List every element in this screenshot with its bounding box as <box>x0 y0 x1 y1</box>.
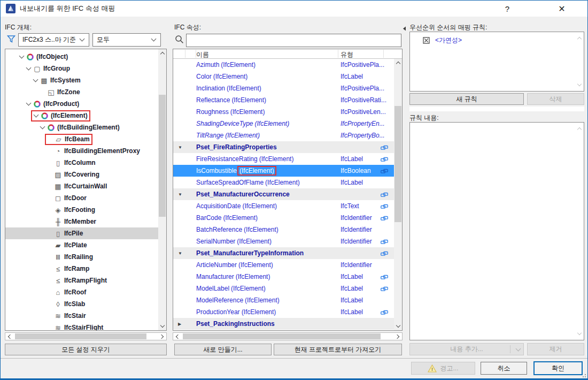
tree-item-IfcSlab[interactable]: ◊IfcSlab <box>5 298 158 310</box>
table-vertical-scrollbar[interactable] <box>394 59 402 330</box>
property-row-BatchReference[interactable]: BatchReference(IfcElement)IfcIdentifier <box>173 224 395 235</box>
tree-hscrollbar-thumb[interactable] <box>15 333 146 339</box>
property-row-AcquisitionDate[interactable]: AcquisitionDate(IfcElement)IfcText <box>173 200 395 212</box>
table-scrollbar-thumb[interactable] <box>394 106 401 222</box>
scroll-right-arrow[interactable] <box>394 332 402 340</box>
tree-scrollbar-thumb[interactable] <box>159 95 166 217</box>
triangle-down-icon[interactable]: ▼ <box>178 192 182 197</box>
scroll-up-arrow[interactable] <box>575 125 583 133</box>
property-search-input[interactable] <box>186 34 401 47</box>
scroll-right-arrow[interactable] <box>158 332 166 340</box>
tree-item-IfcZone[interactable]: ◱IfcZone <box>5 86 158 98</box>
checked-checkbox-icon[interactable] <box>423 37 430 44</box>
clear-all-settings-button[interactable]: 모든 설정 지우기 <box>5 344 167 355</box>
property-row-FireResistanceRating[interactable]: FireResistanceRating(IfcElement)IfcLabel <box>173 153 395 165</box>
tree-item-IfcMember[interactable]: ╫IfcMember <box>5 216 158 227</box>
scroll-left-arrow[interactable] <box>173 332 181 340</box>
property-row-SurfaceSpreadOfFlame[interactable]: SurfaceSpreadOfFlame(IfcElement)IfcLabel <box>173 177 395 188</box>
tree-item-IfcCurtainWall[interactable]: ▦IfcCurtainWall <box>5 180 158 192</box>
import-from-project-button[interactable]: 현재 프로젝트로부터 가져오기 <box>274 344 402 355</box>
property-row-Roughness[interactable]: Roughness(IfcElement)IfcPositiveLen... <box>173 106 395 118</box>
scroll-down-arrow[interactable] <box>158 322 166 330</box>
property-row-ModelReference[interactable]: ModelReference(IfcElement)IfcLabel <box>173 294 395 306</box>
expand-chevron-icon[interactable] <box>18 56 25 58</box>
triangle-down-icon[interactable]: ▼ <box>178 251 182 256</box>
pset-group-Pset_ManufacturerOccurrence[interactable]: ▼Pset_ManufacturerOccurrence <box>173 188 395 200</box>
property-row-IsCombustible[interactable]: IsCombustible(IfcElement)IfcBoolean <box>173 165 395 177</box>
schema-filter-dropdown[interactable]: IFC2x3 스..마 기준 필터 <box>18 33 89 47</box>
new-rule-button[interactable]: 새 규칙 <box>409 93 524 105</box>
collapse-panel-arrow-icon[interactable] <box>403 25 406 33</box>
rule-item[interactable]: <가연성> <box>410 32 584 44</box>
tree-horizontal-scrollbar[interactable] <box>5 332 167 340</box>
scroll-down-arrow[interactable] <box>575 81 583 89</box>
tree-item-IfcSystem[interactable]: ▩IfcSystem <box>5 74 158 86</box>
tree-item-IfcStairFlight[interactable]: ≋IfcStairFlight <box>5 322 158 331</box>
resize-grip[interactable] <box>581 372 586 377</box>
property-row-ModelLabel[interactable]: ModelLabel(IfcElement)IfcLabel <box>173 283 395 294</box>
triangle-right-icon[interactable]: ▶ <box>178 322 181 326</box>
property-row-BarCode[interactable]: BarCode(IfcElement)IfcIdentifier <box>173 212 395 224</box>
scroll-up-arrow[interactable] <box>575 34 583 42</box>
tree-item-IfcPlate[interactable]: ▰IfcPlate <box>5 239 158 251</box>
property-row-ProductionYear[interactable]: ProductionYear(IfcElement)IfcLabel <box>173 306 395 318</box>
scroll-down-arrow[interactable] <box>394 322 402 330</box>
tree-item-IfcRailing[interactable]: ⅢIfcRailing <box>5 251 158 263</box>
tree-item-IfcColumn[interactable]: ▯IfcColumn <box>5 157 158 169</box>
triangle-down-icon[interactable]: ▼ <box>178 145 182 150</box>
tree-item-IfcStair[interactable]: ≋IfcStair <box>5 310 158 322</box>
property-row-Manufacturer[interactable]: Manufacturer(IfcElement)IfcLabel <box>173 271 395 283</box>
tree-item-IfcElement[interactable]: (IfcElement) <box>5 110 158 121</box>
scroll-left-arrow[interactable] <box>5 332 13 340</box>
ok-button[interactable]: 확인 <box>533 361 583 375</box>
cancel-button[interactable]: 취소 <box>481 362 527 375</box>
property-row-Inclination[interactable]: Inclination(IfcElement)IfcPositivePla... <box>173 82 395 94</box>
property-row-TiltRange[interactable]: TiltRange(IfcElement)IfcPropertyBo... <box>173 130 395 141</box>
add-content-button[interactable]: 내용 추가... <box>409 343 524 355</box>
pset-group-Pset_FireRatingProperties[interactable]: ▼Pset_FireRatingProperties <box>173 141 395 153</box>
expand-chevron-icon[interactable] <box>39 126 46 128</box>
pset-group-Pset_ManufacturerTypeInformation[interactable]: ▼Pset_ManufacturerTypeInformation <box>173 247 395 259</box>
create-new-button[interactable]: 새로 만들기... <box>174 344 272 355</box>
property-row-Color[interactable]: Color(IfcElement)IfcLabel <box>173 71 395 82</box>
help-button[interactable]: ? <box>497 1 518 17</box>
property-row-ArticleNumber[interactable]: ArticleNumber(IfcElement)IfcIdentifier <box>173 259 395 271</box>
scroll-up-arrow[interactable] <box>394 59 402 67</box>
tree-item-IfcProduct[interactable]: (IfcProduct) <box>5 98 158 110</box>
table-hscrollbar-thumb[interactable] <box>183 333 381 339</box>
tree-item-IfcBuildingElementProxy[interactable]: ◔IfcBuildingElementProxy <box>5 145 158 157</box>
tree-item-IfcObject[interactable]: (IfcObject) <box>5 51 158 63</box>
tree-item-IfcFooting[interactable]: ◈IfcFooting <box>5 204 158 216</box>
property-row-Reflectance[interactable]: Reflectance(IfcElement)IfcPositiveRati..… <box>173 94 395 106</box>
expand-chevron-icon[interactable] <box>25 67 32 70</box>
tree-item-IfcRamp[interactable]: ≤IfcRamp <box>5 263 158 275</box>
tree-item-label: IfcRailing <box>63 253 93 261</box>
expand-chevron-icon[interactable] <box>33 115 40 117</box>
column-header-type[interactable]: 유형 <box>341 50 353 59</box>
pset-group-Pset_PackingInstructions[interactable]: ▶Pset_PackingInstructions <box>173 318 395 330</box>
tree-item-IfcRampFlight[interactable]: ≤IfcRampFlight <box>5 275 158 286</box>
tree-item-IfcBuildingElement[interactable]: (IfcBuildingElement) <box>5 121 158 133</box>
expand-chevron-icon[interactable] <box>25 103 32 105</box>
property-row-ShadingDeviceType[interactable]: ShadingDeviceType(IfcElement)IfcProperty… <box>173 118 395 130</box>
property-row-SerialNumber[interactable]: SerialNumber(IfcElement)IfcIdentifier <box>173 235 395 247</box>
tree-item-IfcDoor[interactable]: ◻IfcDoor <box>5 192 158 204</box>
close-button[interactable]: ✕ <box>551 1 572 17</box>
scroll-up-arrow[interactable] <box>158 49 166 57</box>
tree-item-IfcGroup[interactable]: ▢IfcGroup <box>5 63 158 74</box>
delete-rule-button[interactable]: 삭제 <box>527 93 584 105</box>
property-row-Azimuth[interactable]: Azimuth(IfcElement)IfcPositivePla... <box>173 59 395 71</box>
remove-content-button[interactable]: 제거 <box>527 343 584 355</box>
tree-item-IfcBeam[interactable]: ▱IfcBeam <box>5 133 158 145</box>
expand-chevron-icon[interactable] <box>32 79 39 81</box>
warnings-button[interactable]: ! 경고... <box>411 362 475 375</box>
scroll-down-arrow[interactable] <box>575 330 583 338</box>
column-header-name[interactable]: 이름 <box>196 50 209 59</box>
chevron-down-icon[interactable] <box>516 348 520 351</box>
table-horizontal-scrollbar[interactable] <box>173 332 403 340</box>
scope-filter-dropdown[interactable]: 모두 <box>92 33 161 47</box>
tree-vertical-scrollbar[interactable] <box>158 49 166 330</box>
tree-item-IfcCovering[interactable]: ▨IfcCovering <box>5 169 158 180</box>
tree-item-IfcRoof[interactable]: ⌂IfcRoof <box>5 286 158 298</box>
tree-item-IfcPile[interactable]: ▯IfcPile <box>5 227 158 239</box>
